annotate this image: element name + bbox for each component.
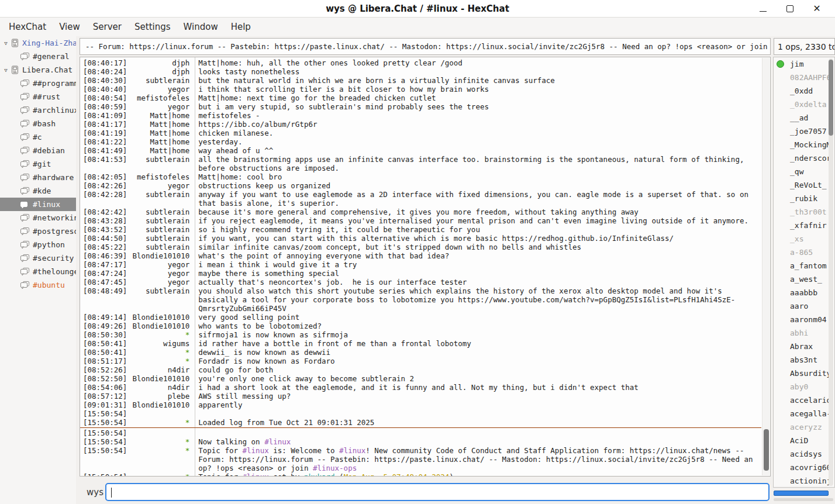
userlist-item--xfafnir[interactable]: _xfafnir [774,219,834,232]
tree-item-label: #git [33,160,51,168]
tree-item--ubuntu[interactable]: #ubuntu [0,278,76,292]
message-text: very good selling point [192,313,761,322]
message-segment: Topic for [198,472,242,477]
maximize-button[interactable] [777,0,803,18]
userlist-item--nderscor[interactable]: _nderscor [774,151,834,165]
tree-item--archlinux[interactable]: #archlinux [0,103,76,117]
message-text: but i am very stupid, so subtlerain's mi… [192,102,761,111]
userlist-item-abrax[interactable]: Abrax [774,340,834,353]
tree-item--programming[interactable]: ##programming [0,77,76,90]
tree-item--linux[interactable]: #linux [0,198,76,211]
menu-server[interactable]: Server [87,19,128,35]
userlist-nick: abhi [790,329,808,337]
message-timestamp: [08:45:22] [80,243,127,251]
userlist-scrollbar-thumb[interactable] [829,60,833,136]
tree-item--c[interactable]: #c [0,130,76,144]
tree-item--debian[interactable]: #debian [0,144,76,157]
menu-settings[interactable]: Settings [128,19,177,35]
tree-item--kde[interactable]: #kde [0,184,76,198]
tree-item--networking[interactable]: #networking [0,211,76,225]
message-text: apparently [192,401,761,409]
message-text: Matt|home: next time go for the breaded … [192,94,761,102]
userlist-item-aaabbb[interactable]: aaabbb [774,286,834,299]
userlist-item-acid[interactable]: AciD [774,434,834,447]
userlist-item-actioninj[interactable]: actioninj [774,474,834,488]
tree-item--general[interactable]: #general [0,50,76,63]
message-nick: yegor [127,181,192,190]
message-timestamp: [08:40:24] [80,67,127,76]
message-nick: Blondie101010 [127,251,192,260]
channel-icon [20,119,30,128]
userlist-item-acidsys[interactable]: acidsys [774,447,834,461]
chat-scrollbar-thumb[interactable] [764,429,769,471]
userlist-item-aaro[interactable]: aaro [774,299,834,313]
tree-item-xing-hai-zhan[interactable]: ▽Xing-Hai-Zhan [0,36,76,50]
chat-message-row: [08:47:45]yegoractually that's neoncorte… [80,278,761,286]
userlist-item--joe7057[interactable]: _joe7057 [774,125,834,138]
chat-scrollbar[interactable] [762,58,770,475]
userlist-nick: actioninj [790,477,831,485]
message-timestamp: [08:40:54] [80,94,127,102]
userlist-item-a-865[interactable]: a-865 [774,246,834,259]
own-nick-label: wys [87,487,103,498]
close-button[interactable]: ✕ [803,0,830,18]
userlist-item-aceryzz[interactable]: aceryzz [774,420,834,434]
userlist-item-a-fantom[interactable]: a_fantom [774,259,834,272]
userlist-item-082aahpf6[interactable]: 082AAHPF6 [774,71,834,84]
userlist-item--ad[interactable]: __ad [774,111,834,125]
message-nick: djph [127,58,192,67]
message-timestamp: [08:42:42] [80,208,127,216]
userlist-item-jim[interactable]: jim [774,57,834,71]
userlist-item--0xdd[interactable]: _0xdd [774,84,834,98]
userlist-item-a-west-[interactable]: a_west_ [774,272,834,286]
event-star: * [127,418,192,427]
tree-item--security[interactable]: #security [0,251,76,265]
tree-item-label: #kde [33,187,51,195]
topic-bar[interactable]: -- Forum: https://linux.forum -- Pastebi… [80,38,771,55]
expander-triangle-icon[interactable]: ▽ [1,67,11,73]
tree-item--thelounge[interactable]: #thelounge [0,265,76,278]
message-text: i mean i think i would give it a try [192,260,761,269]
user-list[interactable]: jim082AAHPF6_0xdd_0xdelta__ad_joe7057_Mo… [773,57,835,488]
userlist-item-abs3nt[interactable]: abs3nt [774,353,834,367]
tree-item-libera-chat[interactable]: ▽Libera.Chat [0,63,76,77]
userlist-item--0xdelta[interactable]: _0xdelta [774,98,834,111]
menu-help[interactable]: Help [225,19,257,35]
tree-item--postgresql[interactable]: #postgresql [0,225,76,238]
message-input[interactable] [111,485,766,499]
userlist-item-acegalla-[interactable]: acegalla- [774,407,834,420]
minimize-button[interactable] [750,0,777,18]
message-timestamp: [08:43:28] [80,216,127,225]
message-timestamp: [08:52:26] [80,365,127,374]
message-nick: yegor [127,102,192,111]
window-controls: ✕ [750,0,830,18]
userlist-item--revolt-[interactable]: _ReVoLt_ [774,178,834,192]
menu-view[interactable]: View [53,19,87,35]
userlist-item-aby0[interactable]: aby0 [774,380,834,393]
userlist-item-aaronm04[interactable]: aaronm04 [774,313,834,326]
message-input-box[interactable] [105,483,770,501]
expander-triangle-icon[interactable]: ▽ [1,40,11,46]
userlist-item-acovrig60[interactable]: acovrig60 [774,461,834,474]
message-text: if you want, you can start with this alt… [192,234,761,243]
menu-hexchat[interactable]: HexChat [2,19,53,35]
tree-item--bash[interactable]: #bash [0,117,76,130]
userlist-item--qw[interactable]: _qw [774,165,834,178]
tree-item--rust[interactable]: ##rust [0,90,76,103]
chat-area[interactable]: [08:40:17]djphMatt|home: huh, all the ot… [80,57,771,477]
userlist-item--xs[interactable]: _xs [774,232,834,246]
tree-item--python[interactable]: #python [0,238,76,251]
message-timestamp: [08:41:49] [80,146,127,155]
userlist-item--rubik[interactable]: _rubik [774,192,834,205]
message-segment-channel: #linux-ops [313,464,357,472]
userlist-nick: _joe7057 [790,127,827,136]
tree-item--hardware[interactable]: #hardware [0,171,76,184]
menu-window[interactable]: Window [177,19,225,35]
userlist-item-accelario[interactable]: accelario [774,393,834,407]
userlist-item-absurdity[interactable]: Absurdity [774,367,834,380]
userlist-item--th3r00t[interactable]: _th3r00t [774,205,834,219]
tree-item--git[interactable]: #git [0,157,76,171]
userlist-item--mockingm[interactable]: _MockingM [774,138,834,151]
userlist-item-abhi[interactable]: abhi [774,326,834,340]
userlist-nick: _nderscor [790,154,831,163]
